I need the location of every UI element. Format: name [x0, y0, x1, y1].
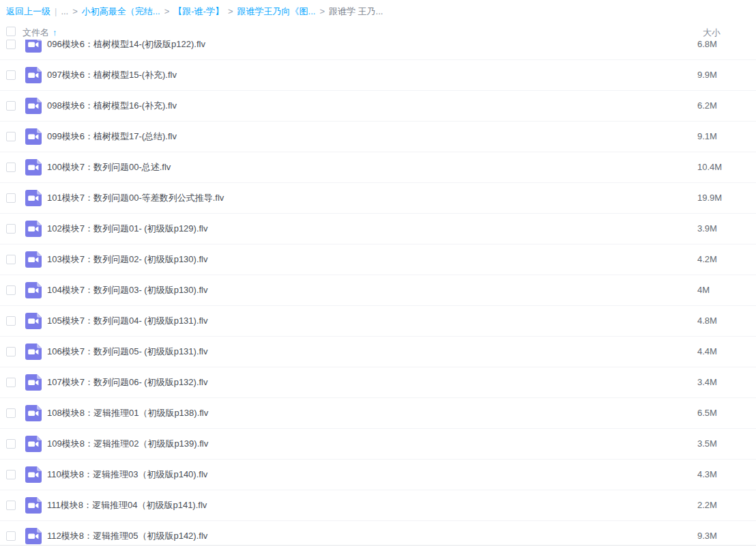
breadcrumb-pipe-divider: | [55, 6, 57, 16]
video-file-icon [25, 97, 42, 115]
select-all-checkbox[interactable] [6, 27, 16, 36]
file-name[interactable]: 103模块7：数列问题02- (初级版p130).flv [47, 244, 208, 275]
file-row[interactable]: 101模块7：数列问题00-等差数列公式推导.flv 19.9M [0, 183, 756, 214]
file-row[interactable]: 111模块8：逻辑推理04（初级版p141).flv 2.2M [0, 490, 756, 521]
file-name[interactable]: 109模块8：逻辑推理02（初级版p139).flv [47, 429, 208, 459]
file-size: 10.4M [697, 152, 722, 182]
video-file-icon [25, 312, 42, 330]
file-row[interactable]: 109模块8：逻辑推理02（初级版p139).flv 3.5M [0, 429, 756, 460]
breadcrumb-separator: > [228, 6, 233, 16]
file-name[interactable]: 111模块8：逻辑推理04（初级版p141).flv [47, 490, 207, 520]
row-checkbox[interactable] [6, 501, 16, 510]
sort-ascending-icon: ↑ [53, 27, 57, 38]
file-size: 4.8M [697, 306, 717, 336]
file-size: 3.9M [697, 214, 717, 244]
file-name[interactable]: 110模块8：逻辑推理03（初级版p140).flv [47, 460, 207, 490]
file-size: 2.2M [697, 490, 717, 520]
row-checkbox[interactable] [6, 224, 16, 234]
file-name[interactable]: 102模块7：数列问题01- (初级版p129).flv [47, 214, 208, 244]
file-row[interactable]: 096模块6：植树模型14-(初级版p122).flv 6.8M [0, 40, 756, 60]
file-size: 9.3M [697, 521, 717, 547]
row-checkbox[interactable] [6, 378, 16, 387]
video-file-icon [25, 66, 42, 84]
breadcrumb-back-link[interactable]: 返回上一级 [6, 5, 50, 18]
video-file-icon [25, 496, 42, 514]
file-row[interactable]: 112模块8：逻辑推理05（初级版p142).flv 9.3M [0, 521, 756, 547]
file-row[interactable]: 102模块7：数列问题01- (初级版p129).flv 3.9M [0, 214, 756, 244]
file-row[interactable]: 100模块7：数列问题00-总述.flv 10.4M [0, 152, 756, 183]
breadcrumb-separator: > [72, 6, 78, 16]
video-file-icon [25, 466, 42, 483]
video-file-icon [25, 251, 42, 268]
video-file-icon [25, 158, 42, 176]
file-name[interactable]: 107模块7：数列问题06- (初级版p132).flv [47, 367, 208, 397]
row-checkbox[interactable] [6, 255, 16, 264]
file-manager-page: 返回上一级 | ... > 小初高最全（完结... > 【跟-谁-学】 > 跟谁… [0, 0, 756, 547]
video-file-icon [25, 374, 42, 391]
file-list-viewport[interactable]: 096模块6：植树模型14-(初级版p122).flv 6.8M 097模块6：… [0, 40, 756, 547]
row-checkbox[interactable] [6, 101, 16, 111]
file-size: 4.3M [697, 460, 717, 490]
row-checkbox[interactable] [6, 470, 16, 479]
row-checkbox[interactable] [6, 316, 16, 326]
filename-column-sort[interactable]: 文件名↑ [23, 27, 57, 39]
breadcrumb-separator: > [164, 6, 170, 16]
file-size: 4.4M [697, 337, 717, 367]
video-file-icon [25, 40, 42, 53]
row-checkbox[interactable] [6, 70, 16, 80]
file-size: 4.2M [697, 244, 717, 275]
file-row[interactable]: 098模块6：植树模型16-(补充).flv 6.2M [0, 91, 756, 122]
breadcrumb-separator: > [319, 6, 325, 16]
file-name[interactable]: 101模块7：数列问题00-等差数列公式推导.flv [47, 183, 224, 213]
file-name[interactable]: 098模块6：植树模型16-(补充).flv [47, 91, 177, 121]
file-name[interactable]: 100模块7：数列问题00-总述.flv [47, 152, 171, 182]
video-file-icon [25, 281, 42, 299]
file-size: 9.9M [697, 60, 717, 90]
row-checkbox[interactable] [6, 347, 16, 356]
video-file-icon [25, 128, 42, 145]
file-name[interactable]: 106模块7：数列问题05- (初级版p131).flv [47, 337, 208, 367]
file-name[interactable]: 096模块6：植树模型14-(初级版p122).flv [47, 40, 205, 59]
breadcrumb-ellipsis[interactable]: ... [61, 6, 68, 16]
row-checkbox[interactable] [6, 163, 16, 172]
breadcrumb-link-3[interactable]: 跟谁学王乃向《图... [237, 5, 316, 18]
table-header: 文件名↑ 大小 [0, 23, 756, 40]
file-size: 6.2M [697, 91, 717, 121]
file-size: 19.9M [697, 183, 722, 213]
file-name[interactable]: 097模块6：植树模型15-(补充).flv [47, 60, 177, 90]
file-size: 9.1M [697, 122, 717, 152]
file-row[interactable]: 108模块8：逻辑推理01（初级版p138).flv 6.5M [0, 398, 756, 429]
video-file-icon [25, 220, 42, 238]
bottom-divider [0, 545, 756, 546]
file-row[interactable]: 107模块7：数列问题06- (初级版p132).flv 3.4M [0, 367, 756, 398]
file-row[interactable]: 104模块7：数列问题03- (初级版p130).flv 4M [0, 275, 756, 306]
file-row[interactable]: 103模块7：数列问题02- (初级版p130).flv 4.2M [0, 244, 756, 275]
file-name[interactable]: 099模块6：植树模型17-(总结).flv [47, 122, 177, 152]
file-name[interactable]: 104模块7：数列问题03- (初级版p130).flv [47, 275, 208, 305]
file-row[interactable]: 097模块6：植树模型15-(补充).flv 9.9M [0, 60, 756, 91]
video-file-icon [25, 189, 42, 207]
file-name[interactable]: 112模块8：逻辑推理05（初级版p142).flv [47, 521, 207, 547]
file-name[interactable]: 105模块7：数列问题04- (初级版p131).flv [47, 306, 208, 336]
file-row[interactable]: 110模块8：逻辑推理03（初级版p140).flv 4.3M [0, 460, 756, 490]
row-checkbox[interactable] [6, 40, 16, 49]
file-size: 6.8M [697, 40, 717, 59]
file-row[interactable]: 099模块6：植树模型17-(总结).flv 9.1M [0, 122, 756, 152]
row-checkbox[interactable] [6, 408, 16, 418]
breadcrumb-current-folder: 跟谁学 王乃... [329, 5, 383, 18]
video-file-icon [25, 343, 42, 361]
video-file-icon [25, 435, 42, 453]
file-name[interactable]: 108模块8：逻辑推理01（初级版p138).flv [47, 398, 208, 428]
file-size: 6.5M [697, 398, 717, 428]
row-checkbox[interactable] [6, 132, 16, 141]
row-checkbox[interactable] [6, 285, 16, 295]
row-checkbox[interactable] [6, 193, 16, 203]
file-row[interactable]: 106模块7：数列问题05- (初级版p131).flv 4.4M [0, 337, 756, 367]
file-row[interactable]: 105模块7：数列问题04- (初级版p131).flv 4.8M [0, 306, 756, 337]
breadcrumb: 返回上一级 | ... > 小初高最全（完结... > 【跟-谁-学】 > 跟谁… [0, 0, 756, 23]
row-checkbox[interactable] [6, 531, 16, 541]
breadcrumb-link-1[interactable]: 小初高最全（完结... [82, 5, 160, 18]
file-size: 3.4M [697, 367, 717, 397]
breadcrumb-link-2[interactable]: 【跟-谁-学】 [173, 5, 224, 18]
row-checkbox[interactable] [6, 439, 16, 449]
